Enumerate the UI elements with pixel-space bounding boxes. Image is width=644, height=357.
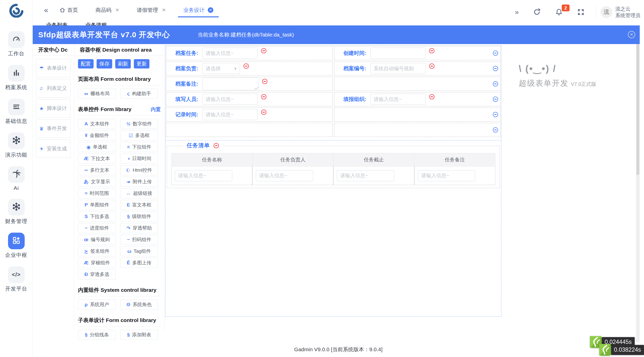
system-user-control[interactable]: ρ系统用户: [78, 300, 116, 310]
form-control-item[interactable]: あ文字显示: [78, 177, 116, 187]
form-control-item[interactable]: ωTag组件: [120, 246, 158, 256]
field-input[interactable]: [202, 48, 258, 59]
form-control-item[interactable]: E富文本框: [120, 200, 158, 210]
form-field-fill-org[interactable]: 填报组织:: [334, 92, 501, 106]
config-button[interactable]: 配置: [78, 59, 94, 68]
form-control-item[interactable]: ~进度组件: [78, 223, 116, 233]
dc-item-event-dev[interactable]: ♛ 事件开发: [36, 119, 71, 138]
cell-input[interactable]: [256, 170, 313, 181]
form-control-item[interactable]: ≡下拉组件: [120, 142, 158, 152]
tab-leave-management[interactable]: 请假管理 ✕: [137, 7, 166, 14]
empty-cell[interactable]: [334, 108, 501, 122]
field-input[interactable]: [370, 94, 426, 105]
form-control-item[interactable]: ◉单选框: [78, 142, 116, 152]
scrollbar[interactable]: [636, 44, 640, 342]
remove-field-icon[interactable]: [261, 110, 266, 115]
remove-row-icon[interactable]: [493, 127, 498, 133]
field-input[interactable]: [202, 94, 258, 105]
form-control-item[interactable]: Æ穿梭组件: [78, 258, 116, 268]
dc-item-script-design[interactable]: ★ 脚本设计: [36, 99, 71, 118]
field-input[interactable]: [370, 48, 426, 59]
field-input[interactable]: [370, 63, 426, 74]
close-tab-icon[interactable]: ✕: [208, 7, 213, 13]
form-field-archive-remark[interactable]: 档案备注:: [166, 77, 333, 91]
add-subtable-control[interactable]: §添加附表: [120, 330, 158, 340]
form-control-item[interactable]: P单图组件: [78, 200, 116, 210]
sidebar-item-workbench[interactable]: 工作台: [8, 31, 25, 57]
user-info[interactable]: 流之云 系统管理员: [615, 6, 640, 19]
form-control-item[interactable]: ≈时间范围: [78, 188, 116, 198]
form-control-item[interactable]: ~扫码组件: [120, 235, 158, 245]
dc-item-install-generate[interactable]: ☀ 安装生成: [36, 139, 71, 158]
form-control-item[interactable]: ¥金额组件: [78, 130, 116, 140]
collapse-tabs-icon[interactable]: «: [44, 6, 48, 14]
form-control-item[interactable]: ↷穿透帮助: [120, 223, 158, 233]
system-role-control[interactable]: ʘ系统角色: [120, 300, 158, 310]
field-input[interactable]: [202, 109, 258, 120]
tab-home[interactable]: 首页: [59, 7, 78, 14]
form-control-item[interactable]: ↠附件上传: [120, 177, 158, 187]
form-control-item[interactable]: ☑多选框: [120, 130, 158, 140]
sidebar-item-enterprise-hub[interactable]: 企业中枢: [5, 233, 27, 259]
table-cell[interactable]: [333, 166, 414, 185]
save-button[interactable]: 保存: [97, 59, 112, 68]
remove-row-icon[interactable]: [493, 112, 498, 117]
form-field-create-time[interactable]: 创建时间:: [334, 46, 501, 60]
form-field-archive-owner[interactable]: 档案负责: 请选择 ∨: [166, 61, 333, 76]
form-design-canvas[interactable]: 档案任务: 创建时间: 档案负责: 请选择 ∨: [165, 45, 501, 317]
build-assistant-control[interactable]: ς构建助手: [120, 89, 158, 99]
form-control-item[interactable]: ◑日期时间: [120, 154, 158, 164]
dc-item-form-design[interactable]: ☂ 表单设计: [36, 59, 71, 77]
tab-business-design[interactable]: 业务设计 ✕: [183, 7, 213, 14]
resize-handle-icon[interactable]: [254, 87, 259, 89]
remove-field-icon[interactable]: [262, 79, 267, 84]
form-control-item[interactable]: Æ下拉文本: [78, 154, 116, 164]
sidebar-item-dev-platform[interactable]: </> 开发平台: [5, 266, 27, 292]
group-line-control[interactable]: §分组线条: [78, 330, 116, 340]
form-field-record-time[interactable]: 记录时间:: [166, 108, 333, 122]
remove-field-icon[interactable]: [261, 48, 266, 53]
form-field-fill-person[interactable]: 填写人员:: [166, 92, 333, 106]
remove-field-icon[interactable]: [261, 94, 266, 99]
empty-cell[interactable]: [334, 123, 501, 137]
remove-row-icon[interactable]: [493, 81, 498, 87]
refresh-button[interactable]: 刷新: [115, 59, 131, 68]
brand-logo-icon[interactable]: [9, 4, 24, 19]
close-tab-icon[interactable]: ✕: [115, 7, 119, 13]
sidebar-item-finance[interactable]: 财务管理: [5, 199, 27, 225]
grid-layout-control[interactable]: ↭栅格布局: [78, 89, 116, 99]
empty-cell[interactable]: [166, 123, 333, 137]
remove-field-icon[interactable]: [429, 94, 434, 99]
update-button[interactable]: 更新: [134, 59, 149, 68]
form-control-item[interactable]: A文本组件: [78, 119, 116, 129]
remove-field-icon[interactable]: [244, 63, 249, 69]
close-tab-icon[interactable]: ✕: [162, 7, 166, 13]
table-cell[interactable]: [252, 166, 333, 185]
remove-field-icon[interactable]: [429, 63, 434, 69]
fullscreen-icon[interactable]: [577, 8, 585, 16]
expand-tabs-icon[interactable]: »: [515, 8, 519, 16]
scrollbar-thumb[interactable]: [636, 44, 639, 175]
form-control-item[interactable]: ½数字组件: [120, 119, 158, 129]
tab-product-code[interactable]: 商品码 ✕: [96, 7, 119, 14]
cell-input[interactable]: [337, 170, 394, 181]
form-control-item[interactable]: ═多行文本: [78, 165, 116, 175]
notification-bell-icon[interactable]: 2: [555, 8, 563, 16]
builtin-link[interactable]: 内置: [151, 106, 161, 113]
cell-input[interactable]: [418, 170, 475, 181]
form-control-item[interactable]: ≿签名组件: [78, 246, 116, 256]
modal-close-icon[interactable]: ✕: [628, 31, 635, 38]
sidebar-item-archive[interactable]: 档案系统: [5, 65, 27, 91]
sidebar-item-ai[interactable]: Ai: [8, 166, 25, 191]
field-textarea[interactable]: [202, 78, 259, 90]
form-control-item[interactable]: ☪Html控件: [120, 165, 158, 175]
remove-subform-icon[interactable]: [214, 143, 219, 148]
table-cell[interactable]: [414, 166, 495, 185]
remove-row-icon[interactable]: [493, 66, 498, 71]
cell-input[interactable]: [175, 170, 232, 181]
remove-field-icon[interactable]: [429, 48, 434, 53]
form-field-archive-task[interactable]: 档案任务:: [166, 46, 333, 60]
sidebar-item-demo[interactable]: 演示功能: [5, 132, 27, 158]
task-list-subform[interactable]: 任务清单 任务名称 任务负责人 任务截止 任务备注: [167, 146, 500, 188]
remove-row-icon[interactable]: [493, 97, 498, 102]
